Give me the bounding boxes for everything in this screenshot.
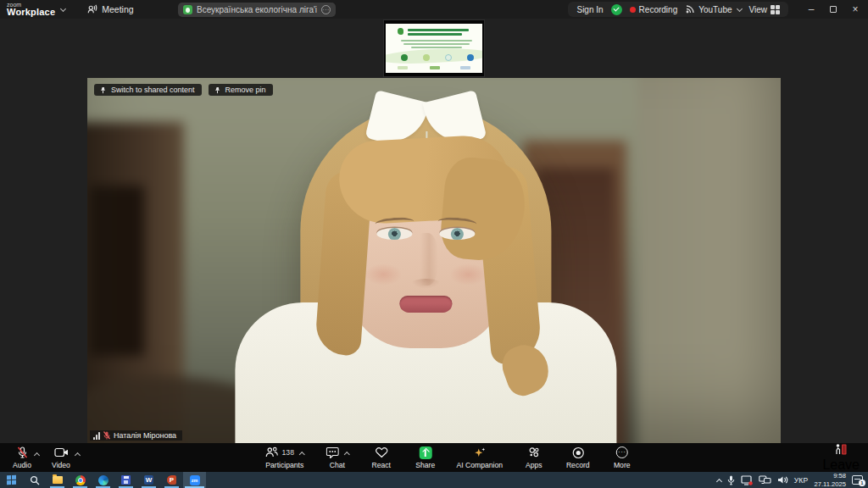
pin-icon xyxy=(214,86,221,94)
heart-icon xyxy=(375,446,387,458)
zoom-meeting-window: zoom Workplace Meeting Всеукраїнська еко… xyxy=(0,0,868,488)
video-options-chevron-icon[interactable] xyxy=(75,452,81,458)
tray-dual-monitor-icon[interactable] xyxy=(759,475,771,485)
taskbar-file-explorer[interactable] xyxy=(46,472,69,488)
participants-icon xyxy=(265,446,279,458)
encryption-shield-icon[interactable] xyxy=(611,4,622,15)
chat-button[interactable]: Chat xyxy=(322,446,353,469)
audio-options-chevron-icon[interactable] xyxy=(34,452,40,458)
audio-label: Audio xyxy=(13,461,31,469)
blush xyxy=(364,263,402,286)
floppy-disk-icon xyxy=(121,475,131,485)
nose-shadow xyxy=(410,279,441,289)
remove-pin-label: Remove pin xyxy=(225,86,266,94)
close-button[interactable]: × xyxy=(844,0,866,19)
connection-signal-icon xyxy=(93,432,100,440)
mic-muted-icon xyxy=(17,446,28,459)
chat-chevron-icon[interactable] xyxy=(343,451,349,457)
clock[interactable]: 9:58 27.11.2025 xyxy=(815,472,846,487)
shared-content-thumbnail[interactable] xyxy=(383,19,485,77)
chat-label: Chat xyxy=(330,461,345,469)
taskbar-search-button[interactable] xyxy=(23,472,46,488)
slide-text-line xyxy=(403,43,470,45)
view-label: View xyxy=(749,5,768,14)
taskbar-word[interactable]: W xyxy=(137,472,160,488)
toolbar-left: Audio Video xyxy=(7,446,76,469)
notification-center-icon[interactable]: 1 xyxy=(852,475,863,485)
tab-meeting[interactable]: Meeting xyxy=(87,4,133,14)
windows-logo-icon xyxy=(7,475,16,485)
share-screen-icon xyxy=(419,446,431,459)
record-label: Record xyxy=(566,461,590,469)
more-label: More xyxy=(614,461,631,469)
taskbar-powerpoint[interactable]: P xyxy=(160,472,183,488)
tray-speaker-icon[interactable] xyxy=(777,475,788,485)
taskbar-apps: W P zm xyxy=(0,472,206,488)
recording-indicator[interactable]: Recording xyxy=(630,5,678,14)
speaker-portrait xyxy=(222,97,629,443)
chevron-down-icon[interactable] xyxy=(60,5,66,11)
recording-dot-icon xyxy=(630,7,636,13)
tray-date: 27.11.2025 xyxy=(815,480,846,488)
eye xyxy=(376,228,412,240)
start-button[interactable] xyxy=(0,472,23,488)
record-button[interactable]: Record xyxy=(563,446,593,469)
toolbar-center: 138 Participants Chat xyxy=(261,446,637,469)
livestream-youtube-button[interactable]: YouTube xyxy=(685,4,741,14)
chat-icon xyxy=(326,446,338,458)
shared-content-tab-icon xyxy=(183,5,192,14)
apps-icon xyxy=(527,446,540,458)
participants-button[interactable]: 138 Participants xyxy=(261,446,309,469)
slide-logo-circle xyxy=(401,54,408,61)
youtube-label: YouTube xyxy=(698,5,732,14)
sign-in-button[interactable]: Sign In xyxy=(576,5,603,14)
participants-chevron-icon[interactable] xyxy=(299,451,305,457)
folder-icon xyxy=(53,476,63,484)
meeting-label: Meeting xyxy=(102,4,133,14)
switch-to-shared-content-button[interactable]: Switch to shared content xyxy=(94,84,202,96)
titlebar: zoom Workplace Meeting Всеукраїнська еко… xyxy=(0,0,868,19)
logo-workplace-text: Workplace xyxy=(7,8,55,17)
view-button[interactable]: View xyxy=(749,5,781,14)
react-button[interactable]: React xyxy=(366,446,397,469)
tab-options-icon[interactable]: ··· xyxy=(321,5,331,14)
minimize-button[interactable]: – xyxy=(800,0,822,19)
language-indicator[interactable]: УКР xyxy=(794,476,809,485)
slide-title-line xyxy=(408,29,469,31)
slide-logo xyxy=(398,28,403,35)
system-tray: УКР 9:58 27.11.2025 1 xyxy=(717,472,866,488)
zoom-workplace-logo: zoom Workplace xyxy=(7,2,55,17)
camera-icon xyxy=(54,447,69,458)
participants-count: 138 xyxy=(282,448,294,457)
taskbar-zoom-active[interactable]: zm xyxy=(183,472,206,488)
share-button[interactable]: Share xyxy=(410,446,441,469)
lips xyxy=(399,296,452,313)
tab-shared-content[interactable]: Всеукраїнська екологічна ліга'і ··· xyxy=(178,3,336,17)
notification-badge: 1 xyxy=(859,480,865,486)
taskbar-edge[interactable] xyxy=(92,472,114,488)
leave-button[interactable]: Leave xyxy=(822,443,860,473)
audio-button[interactable]: Audio xyxy=(7,446,37,469)
apps-button[interactable]: Apps xyxy=(519,446,549,469)
taskbar-chrome[interactable] xyxy=(69,472,92,488)
participant-name: Наталія Міронова xyxy=(114,431,176,440)
taskbar-floppy-app[interactable] xyxy=(114,472,137,488)
video-button[interactable]: Video xyxy=(46,446,76,469)
blush xyxy=(449,263,487,286)
ai-companion-button[interactable]: AI Companion xyxy=(454,446,505,469)
share-label: Share xyxy=(415,461,435,469)
more-ellipsis-icon: ··· xyxy=(616,446,628,458)
speaker-video[interactable]: Switch to shared content Remove pin xyxy=(87,78,781,443)
remove-pin-button[interactable]: Remove pin xyxy=(209,84,273,96)
maximize-button[interactable] xyxy=(822,0,844,19)
more-button[interactable]: ··· More xyxy=(607,446,637,469)
tray-screen-recording-icon[interactable] xyxy=(741,475,753,485)
hidden-icons-chevron-icon[interactable] xyxy=(716,478,722,484)
meeting-icon xyxy=(87,4,97,14)
eye xyxy=(439,228,475,240)
slide-logo-circle xyxy=(467,54,474,61)
slide-title-line xyxy=(408,33,462,36)
windows-taskbar: W P zm xyxy=(0,472,868,488)
chrome-icon xyxy=(75,475,86,485)
tray-microphone-icon[interactable] xyxy=(727,475,735,485)
